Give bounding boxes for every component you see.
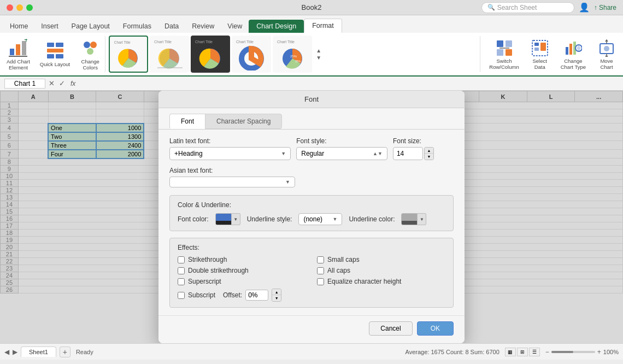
svg-text:Chart Title: Chart Title [195, 40, 213, 44]
latin-font-value: +Heading [174, 150, 203, 157]
all-caps-label: All caps [327, 267, 350, 274]
status-text: Ready [76, 349, 93, 355]
modal-tab-font[interactable]: Font [169, 114, 205, 129]
color-underline-section: Color & Underline: Font color: ▼ Underli… [169, 195, 454, 231]
font-size-up[interactable]: ▲ [425, 148, 433, 154]
svg-text:35%: 35% [295, 60, 301, 63]
svg-rect-5 [47, 43, 54, 47]
small-caps-row: Small caps [317, 256, 445, 263]
svg-rect-26 [497, 40, 503, 47]
tab-chart-design[interactable]: Chart Design [249, 20, 304, 33]
chart-style-1[interactable]: Chart Title [109, 36, 148, 73]
svg-point-12 [87, 48, 93, 55]
ok-button[interactable]: OK [417, 321, 454, 336]
close-button[interactable] [7, 4, 13, 11]
cancel-button[interactable]: Cancel [369, 321, 412, 336]
quick-layout-label: Quick Layout [40, 61, 70, 67]
next-sheet-button[interactable]: ▶ [13, 348, 17, 356]
font-size-down[interactable]: ▼ [425, 154, 433, 160]
add-chart-element-button[interactable]: + Add ChartElement [2, 36, 34, 73]
asian-font-select[interactable]: ▼ [169, 177, 295, 187]
tab-home[interactable]: Home [3, 20, 34, 33]
zoom-slider-track[interactable] [551, 351, 595, 353]
asian-font-group: Asian text font: ▼ [169, 167, 454, 187]
strikethrough-checkbox[interactable] [178, 256, 185, 263]
modal-tab-character-spacing[interactable]: Character Spacing [205, 114, 282, 129]
zoom-out-button[interactable]: − [545, 348, 549, 356]
tab-formulas[interactable]: Formulas [116, 20, 158, 33]
svg-rect-28 [497, 49, 503, 56]
switch-label: SwitchRow/Column [489, 58, 519, 71]
scroll-down-icon: ▼ [316, 55, 321, 61]
view-page-break-btn[interactable]: ☰ [529, 348, 540, 356]
superscript-checkbox[interactable] [178, 278, 185, 285]
font-color-picker[interactable]: ▼ [215, 213, 240, 225]
underline-style-value: (none) [303, 215, 322, 223]
change-chart-type-button[interactable]: ChangeChart Type [556, 36, 590, 73]
latin-font-select[interactable]: +Heading ▼ [169, 147, 291, 160]
equalize-checkbox[interactable] [317, 278, 324, 285]
chart-styles-area: Chart Title Chart Title Chart Title [109, 36, 479, 73]
chart-style-3[interactable]: Chart Title [191, 36, 230, 73]
all-caps-row: All caps [317, 267, 445, 274]
change-colors-button[interactable]: ChangeColors [75, 36, 105, 73]
font-style-select[interactable]: Regular ▲▼ [296, 147, 387, 160]
minimize-button[interactable] [16, 4, 23, 11]
stats-text: Average: 1675 Count: 8 Sum: 6700 [405, 349, 499, 355]
formula-confirm-icon[interactable]: ✓ [58, 79, 66, 87]
move-chart-button[interactable]: MoveChart [592, 36, 621, 73]
svg-rect-0 [10, 49, 14, 55]
zoom-in-button[interactable]: + [597, 348, 601, 356]
select-data-button[interactable]: SelectData [526, 36, 554, 73]
tab-format[interactable]: Format [304, 19, 342, 33]
strikethrough-row: Strikethrough [178, 256, 306, 263]
name-box[interactable] [4, 79, 45, 89]
offset-up[interactable]: ▲ [272, 289, 281, 295]
chart-style-4[interactable]: Chart Title [232, 36, 271, 73]
titlebar: Book2 🔍 Search Sheet 👤 ↑ Share [0, 0, 623, 15]
zoom-slider-fill [551, 351, 573, 353]
select-data-label: SelectData [533, 58, 547, 71]
formula-input[interactable] [80, 79, 619, 89]
font-size-input[interactable] [393, 147, 423, 160]
offset-down[interactable]: ▼ [272, 295, 281, 301]
formula-bar: ✕ ✓ fx [0, 77, 623, 91]
view-layout-btn[interactable]: ⊞ [517, 348, 528, 356]
prev-sheet-button[interactable]: ◀ [4, 348, 9, 356]
svg-rect-6 [56, 43, 63, 47]
window-title: Book2 [302, 3, 322, 11]
chart-styles-scroll[interactable]: ▲ ▼ [314, 45, 324, 63]
chart-style-5[interactable]: Chart Title 25% 35% [273, 36, 312, 73]
tab-insert[interactable]: Insert [34, 20, 64, 33]
switch-rowcol-button[interactable]: SwitchRow/Column [485, 36, 523, 73]
underline-style-select[interactable]: (none) ▼ [298, 213, 342, 225]
underline-color-picker[interactable]: ▼ [401, 213, 426, 225]
select-data-icon [530, 38, 550, 58]
tab-page-layout[interactable]: Page Layout [65, 20, 116, 33]
view-buttons: ▦ ⊞ ☰ [505, 348, 540, 356]
offset-input[interactable] [245, 290, 268, 301]
search-bar[interactable]: 🔍 Search Sheet [481, 2, 574, 13]
maximize-button[interactable] [26, 4, 33, 11]
tab-view[interactable]: View [221, 20, 249, 33]
view-normal-btn[interactable]: ▦ [505, 348, 516, 356]
double-strikethrough-checkbox[interactable] [178, 267, 185, 274]
small-caps-checkbox[interactable] [317, 256, 324, 263]
sheet-tab-sheet1[interactable]: Sheet1 [21, 347, 56, 357]
tab-data[interactable]: Data [158, 20, 185, 33]
chart-style-2[interactable]: Chart Title [150, 36, 189, 73]
svg-point-11 [90, 42, 97, 48]
font-color-btn [215, 213, 232, 225]
all-caps-checkbox[interactable] [317, 267, 324, 274]
add-sheet-button[interactable]: + [60, 347, 70, 357]
formula-cancel-icon[interactable]: ✕ [48, 79, 56, 87]
tab-review[interactable]: Review [185, 20, 221, 33]
subscript-checkbox[interactable] [178, 292, 185, 299]
user-icon[interactable]: 👤 [579, 2, 590, 13]
svg-text:Chart Title: Chart Title [114, 40, 131, 44]
quick-layout-button[interactable]: Quick Layout [36, 38, 74, 69]
subscript-row: Subscript Offset: ▲ ▼ [178, 289, 306, 302]
svg-text:Chart Title: Chart Title [277, 40, 295, 44]
modal-title-bar: Font [158, 91, 465, 108]
share-button[interactable]: ↑ Share [594, 4, 616, 11]
